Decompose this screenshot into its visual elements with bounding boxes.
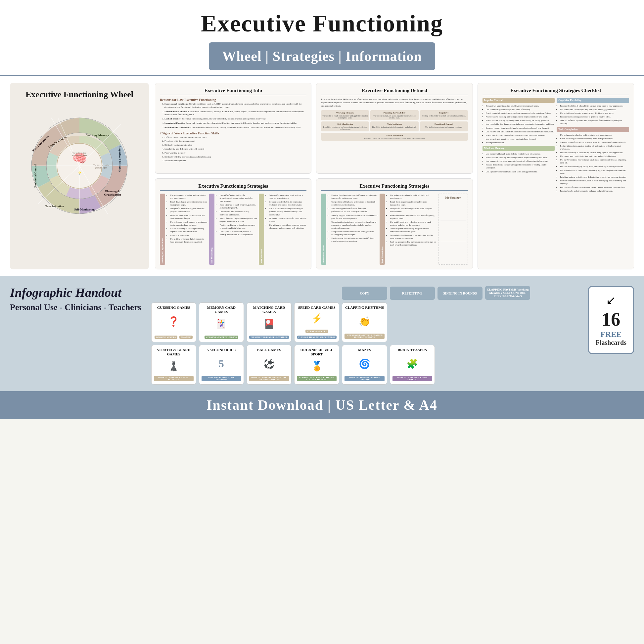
fc-empty2 xyxy=(437,302,483,342)
free-badge-icon: ↙ xyxy=(596,294,626,307)
fc-strategy-board[interactable]: STRATEGY BOARD GAMES ♟️ WORKING MEMORY P… xyxy=(151,345,196,385)
fc-guessing-games[interactable]: GUESSING GAMES ❓ WORKING MEMORY PLANNING xyxy=(151,302,196,342)
fc-matching-games[interactable]: MATCHING CARD GAMES 🎴 FLEXIBLE THINKING … xyxy=(247,302,292,342)
fc-matching-tags: FLEXIBLE THINKING SELF CONTROL xyxy=(249,333,289,339)
cl-item: Practice breaks and downtime to recharge… xyxy=(560,189,629,192)
skill-working-memory: Working Memory The ability to recall fro… xyxy=(321,110,369,120)
cl-item: Practice mindfulness meditation or yoga … xyxy=(560,186,629,189)
cl-item: Practice flexibility & adaptability, suc… xyxy=(560,151,629,154)
emotional-items: Practice deep breathing or mindfulness t… xyxy=(328,194,378,265)
sm-item: Keep a journal to track progress, patter… xyxy=(219,203,257,209)
checklist-tc-header: Task Completion xyxy=(557,127,629,132)
cl-item: Positive communication skills, such as c… xyxy=(560,179,629,185)
fc-matching-title: MATCHING CARD GAMES xyxy=(249,305,289,314)
fc-five-tags: TIME MANAGEMENT TASK INITIATION xyxy=(201,376,242,382)
fc-memory-games[interactable]: MEMORY CARD GAMES 🃏 WORKING MEMORY PLANN… xyxy=(199,302,244,342)
selfmon-list: Use self-reflection to identify strength… xyxy=(216,194,257,236)
p-item: Break down larger tasks into smaller, mo… xyxy=(170,200,207,206)
bottom-left: Infographic Handout Personal Use - Clini… xyxy=(10,286,141,312)
fc-empty1 xyxy=(390,302,435,342)
checklist-tc-list: Use a planner to schedule and track task… xyxy=(557,133,629,193)
cl-item: Reduce distractions, such as turning off… xyxy=(560,144,629,150)
svg-text:The ability to hold: The ability to hold xyxy=(73,152,86,154)
fc-tag: WORKING MEMORY FLEXIBLE THINKING xyxy=(345,376,384,381)
cl-item: Practice active listening and taking not… xyxy=(486,156,555,159)
fc-organised-icon: 🏅 xyxy=(311,361,323,372)
ti-item: Use visualization techniques to imagine … xyxy=(269,207,306,216)
cl-item: Practice self-control and self-monitorin… xyxy=(486,134,555,137)
cl-item: Use memory aids such as to-do lists, rem… xyxy=(486,152,555,155)
ti-item: Use a timer or countdown to create a sen… xyxy=(269,223,306,229)
fc-guessing-icon: ❓ xyxy=(168,316,179,327)
fc-organised-sport[interactable]: ORGANISED BALL SPORT 🏅 WORKING MEMORY SE… xyxy=(294,345,339,385)
reason-1: Neurological conditions: Certain conditi… xyxy=(164,103,306,109)
subtitle-banner: Wheel | Strategies | Information xyxy=(209,42,435,70)
reason-3: Lack of practice: Executive functioning … xyxy=(164,117,306,121)
reason-5: Mental health conditions: Conditions suc… xyxy=(164,126,306,129)
ef-defined-intro: Executive Functioning Skills are a set o… xyxy=(321,98,468,108)
ti-item: Counter negative habits by improving res… xyxy=(269,200,306,206)
fc-tag: FLEXIBLE THINKING SELF CONTROL xyxy=(297,336,337,339)
fc-tag: PLANNING xyxy=(179,336,193,339)
fc-clapping-tags: WORKING MEMORY SELF CONTROL FLEXIBLE THI… xyxy=(344,333,385,339)
fc-mazes[interactable]: MAZES 🌀 WORKING MEMORY FLEXIBLE THINKING xyxy=(342,345,387,385)
fc-strategy-tags: WORKING MEMORY PLANNING ATTENTION xyxy=(154,376,194,382)
bottom-section: Infographic Handout Personal Use - Clini… xyxy=(0,276,644,391)
footer-text: Instant Download | US Letter & A4 xyxy=(6,397,638,413)
fc-cards-row2: STRATEGY BOARD GAMES ♟️ WORKING MEMORY P… xyxy=(151,345,578,385)
fc-five-second[interactable]: 5 SECOND RULE 5 TIME MANAGEMENT TASK INI… xyxy=(199,345,244,385)
tc-item: Use a daily review or reflection process… xyxy=(390,220,437,226)
fc-header-repetitive: REPETITIVE xyxy=(390,287,435,300)
ef-strategies2-panel: Executive Functioning Strategies Plannin… xyxy=(155,178,311,269)
fc-five-icon: 5 xyxy=(219,358,224,370)
ef-info-panel: Executive Functioning Info Reasons for L… xyxy=(155,83,311,174)
fc-tag: WORKING MEMORY PLANNING ATTENTION xyxy=(154,376,194,381)
wheel-container: 🧠 💡 Impulse Control Working Memory Cogni… xyxy=(18,105,141,227)
ec-item: Identify triggers to emotional reactions… xyxy=(331,214,378,220)
tc-item: Use a planner to schedule and track task… xyxy=(390,194,437,200)
cl-item: Use activities or hobbies to stretch you… xyxy=(560,112,629,115)
checklist-title: Executive Functioning Strategies Checkli… xyxy=(483,88,629,95)
fc-brain-teasers[interactable]: BRAIN TEASERS 🧩 WORKING MEMORY FLEXIBLE … xyxy=(390,345,435,385)
fc-header-row: COPY REPETITIVE SINGING IN ROUNDS CLAPPI… xyxy=(151,286,578,300)
selfmon-label: Self-Monitoring xyxy=(209,194,214,265)
flashcard-grid: COPY REPETITIVE SINGING IN ROUNDS CLAPPI… xyxy=(151,286,578,385)
fc-tag: WORKING MEMORY xyxy=(305,330,328,333)
ef-info-title: Executive Functioning Info xyxy=(160,88,306,95)
fc-memory-tags: WORKING MEMORY PLANNING xyxy=(204,333,239,339)
tc-item: Break down larger tasks into smaller, mo… xyxy=(390,200,437,206)
taskcomp-list: Use a planner to schedule and track task… xyxy=(387,194,437,247)
right-panels: Executive Functioning Info Reasons for L… xyxy=(155,83,634,269)
fc-brain-title: BRAIN TEASERS xyxy=(398,348,427,352)
svg-text:gears and adjust: gears and adjust xyxy=(95,167,107,169)
fc-clapping[interactable]: CLAPPING RHYTHMS 👏 WORKING MEMORY SELF C… xyxy=(342,302,387,342)
sm-item: Use self-reflection to identify strength… xyxy=(219,194,257,203)
fc-empty5 xyxy=(437,345,483,385)
ec-item: Use positive self-talk and affirmations … xyxy=(331,200,378,206)
page-footer: Instant Download | US Letter & A4 xyxy=(0,391,644,419)
ti-item: Eliminate distractions and focus on the … xyxy=(269,217,306,223)
fc-clapping-title: CLAPPING RHYTHMS xyxy=(345,305,384,310)
tc-item: Prioritize tasks to stay on track and av… xyxy=(390,214,437,220)
taskcomp-label: Task Completion xyxy=(380,194,385,265)
emotional-list: Practice deep breathing or mindfulness t… xyxy=(328,194,378,243)
svg-text:Emotional Control: Emotional Control xyxy=(34,164,37,188)
main-title: Executive Functioning xyxy=(7,10,637,37)
flashcards-label: Flashcards xyxy=(596,339,626,346)
cl-item: Use humor and creativity to stay motivat… xyxy=(560,108,629,111)
cl-item: Reduce distractions, such as turning off… xyxy=(486,163,555,169)
strategy-line-1 xyxy=(440,201,465,220)
sm-item: Use rewards and incentives to stay motiv… xyxy=(219,210,257,216)
ec-item: Seek out support from friends, family or… xyxy=(331,207,378,213)
planning-label: Planning & Organization xyxy=(160,194,165,265)
p-item: Prioritize tasks based on importance and… xyxy=(170,214,207,220)
fc-ball-games[interactable]: BALL GAMES ⚽ WORKING MEMORY SELF CONTROL… xyxy=(247,345,292,385)
cl-item: Practice flexibility & adaptability, suc… xyxy=(560,104,629,107)
skill-task-initiation: Task Initiation The ability to begin a t… xyxy=(370,121,418,131)
fc-speed-games[interactable]: SPEED CARD GAMES ⚡ WORKING MEMORY FLEXIB… xyxy=(294,302,339,342)
sign-5: Poor working memory xyxy=(164,152,306,155)
ec-item: Use humor or distraction techniques to s… xyxy=(331,237,378,243)
svg-text:Self-Monitoring: Self-Monitoring xyxy=(74,208,95,211)
cl-item: Use mnemonics or voice memos to keep tra… xyxy=(486,160,555,162)
fc-speed-title: SPEED CARD GAMES xyxy=(298,305,336,310)
